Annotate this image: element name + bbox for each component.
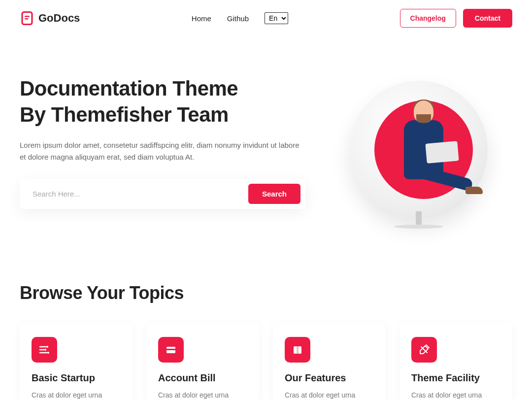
card-desc: Cras at dolor eget urna varius faucibus … xyxy=(411,390,500,399)
hero-title-line2: By Themefisher Team xyxy=(20,103,229,126)
svg-rect-10 xyxy=(297,346,299,354)
brand-name: GoDocs xyxy=(38,12,80,25)
header: GoDocs Home Github En Changelog Contact xyxy=(0,0,532,36)
topic-cards: Basic Startup Cras at dolor eget urna va… xyxy=(20,323,512,399)
svg-point-4 xyxy=(44,349,46,351)
credit-card-icon xyxy=(158,337,184,363)
logo[interactable]: GoDocs xyxy=(20,11,80,26)
nav-github[interactable]: Github xyxy=(227,14,249,23)
hero-title-line1: Documentation Theme xyxy=(20,77,238,100)
card-title: Our Features xyxy=(285,372,374,384)
hero-description: Lorem ipsum dolor amet, consetetur sadif… xyxy=(20,139,305,163)
contact-button[interactable]: Contact xyxy=(463,9,512,28)
nav-home[interactable]: Home xyxy=(192,14,211,23)
search-box: Search xyxy=(20,179,305,209)
main-nav: Home Github En xyxy=(192,12,288,24)
topic-card-account[interactable]: Account Bill Cras at dolor eget urna var… xyxy=(146,323,259,399)
topic-card-theme[interactable]: Theme Facility Cras at dolor eget urna v… xyxy=(399,323,512,399)
hero-section: Documentation Theme By Themefisher Team … xyxy=(0,36,532,263)
card-desc: Cras at dolor eget urna varius faucibus … xyxy=(158,390,247,399)
topic-card-startup[interactable]: Basic Startup Cras at dolor eget urna va… xyxy=(20,323,133,399)
card-desc: Cras at dolor eget urna varius faucibus … xyxy=(285,390,374,399)
topics-section: Browse Your Topics Basic Startup Cras at… xyxy=(0,263,532,399)
card-desc: Cras at dolor eget urna varius faucibus … xyxy=(32,390,121,399)
card-title: Theme Facility xyxy=(411,372,500,384)
topic-card-features[interactable]: Our Features Cras at dolor eget urna var… xyxy=(273,323,386,399)
changelog-button[interactable]: Changelog xyxy=(400,9,456,28)
language-select[interactable]: En xyxy=(265,12,288,24)
svg-point-3 xyxy=(46,346,48,348)
header-actions: Changelog Contact xyxy=(400,9,512,28)
search-input[interactable] xyxy=(25,184,248,204)
topics-heading: Browse Your Topics xyxy=(20,283,512,303)
search-button[interactable]: Search xyxy=(248,184,300,204)
card-title: Basic Startup xyxy=(32,372,121,384)
hero-title: Documentation Theme By Themefisher Team xyxy=(20,76,315,128)
tools-icon xyxy=(411,337,437,363)
svg-point-5 xyxy=(47,352,49,354)
hero-illustration xyxy=(335,76,512,233)
hero-content: Documentation Theme By Themefisher Team … xyxy=(20,76,315,209)
package-icon xyxy=(285,337,310,363)
svg-rect-7 xyxy=(166,349,175,350)
sliders-icon xyxy=(32,337,57,363)
card-title: Account Bill xyxy=(158,372,247,384)
document-icon xyxy=(20,11,34,26)
